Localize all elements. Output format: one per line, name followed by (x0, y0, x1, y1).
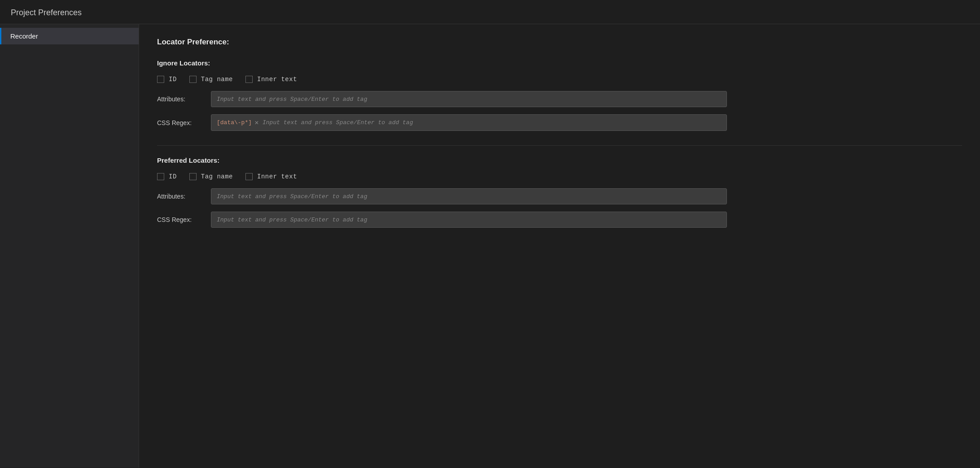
ignore-locators-title: Ignore Locators: (157, 59, 962, 67)
preferred-attributes-row: Attributes: Input text and press Space/E… (157, 188, 962, 204)
preferred-tagname-checkbox-item[interactable]: Tag name (189, 173, 233, 180)
ignore-id-checkbox-item[interactable]: ID (157, 76, 177, 83)
css-regex-tag-0: [data\-p*] ✕ (217, 118, 259, 127)
preferred-id-label: ID (169, 173, 177, 180)
preferred-attributes-label: Attributes: (157, 193, 211, 200)
content-area: Locator Preference: Ignore Locators: ID … (139, 24, 980, 468)
ignore-tagname-label: Tag name (201, 76, 233, 83)
css-regex-tag-close-0[interactable]: ✕ (254, 120, 259, 126)
ignore-attributes-placeholder: Input text and press Space/Enter to add … (217, 96, 367, 103)
ignore-id-checkbox[interactable] (157, 76, 164, 83)
preferred-tagname-checkbox[interactable] (189, 173, 197, 180)
sidebar: Recorder (0, 24, 139, 468)
preferred-cssregex-placeholder: Input text and press Space/Enter to add … (217, 217, 367, 223)
preferred-locators-section: Preferred Locators: ID Tag name Inner te… (157, 156, 962, 228)
preferred-innertext-label: Inner text (257, 173, 297, 180)
preferred-locators-title: Preferred Locators: (157, 156, 962, 164)
ignore-cssregex-input[interactable]: [data\-p*] ✕ Input text and press Space/… (211, 114, 727, 131)
css-regex-tag-text-0: [data\-p*] (217, 119, 252, 126)
sidebar-item-recorder[interactable]: Recorder (0, 28, 139, 44)
preferred-id-checkbox[interactable] (157, 173, 164, 180)
preferred-innertext-checkbox[interactable] (245, 173, 253, 180)
preferred-attributes-placeholder: Input text and press Space/Enter to add … (217, 193, 367, 200)
ignore-cssregex-label: CSS Regex: (157, 119, 211, 126)
section-title: Locator Preference: (157, 38, 962, 47)
ignore-checkboxes-row: ID Tag name Inner text (157, 76, 962, 83)
ignore-cssregex-row: CSS Regex: [data\-p*] ✕ Input text and p… (157, 114, 962, 131)
preferred-checkboxes-row: ID Tag name Inner text (157, 173, 962, 180)
preferred-cssregex-row: CSS Regex: Input text and press Space/En… (157, 212, 962, 228)
sidebar-item-label: Recorder (10, 32, 38, 40)
page-title: Project Preferences (0, 0, 980, 24)
preferred-tagname-label: Tag name (201, 173, 233, 180)
ignore-innertext-checkbox-item[interactable]: Inner text (245, 76, 297, 83)
preferred-cssregex-label: CSS Regex: (157, 216, 211, 223)
preferred-id-checkbox-item[interactable]: ID (157, 173, 177, 180)
ignore-attributes-label: Attributes: (157, 95, 211, 103)
ignore-tagname-checkbox[interactable] (189, 76, 197, 83)
preferred-innertext-checkbox-item[interactable]: Inner text (245, 173, 297, 180)
preferred-cssregex-input[interactable]: Input text and press Space/Enter to add … (211, 212, 727, 228)
ignore-attributes-row: Attributes: Input text and press Space/E… (157, 91, 962, 107)
ignore-innertext-label: Inner text (257, 76, 297, 83)
ignore-id-label: ID (169, 76, 177, 83)
ignore-tagname-checkbox-item[interactable]: Tag name (189, 76, 233, 83)
ignore-attributes-input[interactable]: Input text and press Space/Enter to add … (211, 91, 727, 107)
ignore-locators-section: Ignore Locators: ID Tag name Inner text … (157, 59, 962, 131)
ignore-cssregex-placeholder: Input text and press Space/Enter to add … (262, 119, 413, 126)
ignore-innertext-checkbox[interactable] (245, 76, 253, 83)
preferred-attributes-input[interactable]: Input text and press Space/Enter to add … (211, 188, 727, 204)
